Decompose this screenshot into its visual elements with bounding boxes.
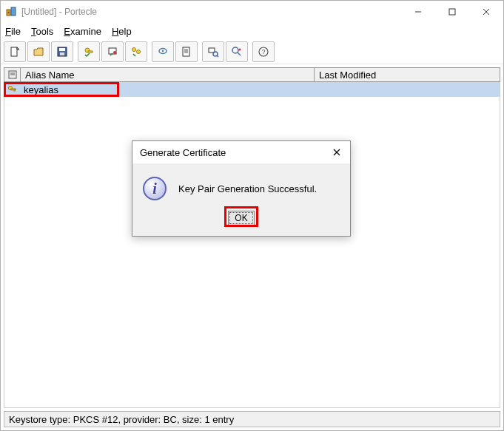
svg-rect-11	[60, 52, 64, 55]
ok-button[interactable]: OK	[228, 211, 254, 225]
svg-point-16	[132, 47, 136, 51]
th-modified[interactable]: Last Modified	[315, 68, 500, 81]
tb-examine-cert[interactable]	[202, 41, 224, 62]
svg-point-29	[239, 48, 241, 50]
status-text: Keystore type: PKCS #12, provider: BC, s…	[9, 414, 234, 425]
th-alias[interactable]: Alias Name	[21, 68, 315, 81]
svg-marker-8	[17, 47, 19, 50]
svg-rect-13	[88, 51, 93, 52]
tb-save-keystore[interactable]	[51, 41, 73, 62]
minimize-button[interactable]	[401, 1, 435, 23]
svg-rect-10	[59, 48, 65, 51]
svg-line-26	[217, 55, 218, 57]
svg-point-27	[232, 47, 238, 53]
tb-help[interactable]: ?	[252, 41, 275, 62]
dialog-close-button[interactable]	[329, 145, 344, 160]
svg-rect-1	[11, 7, 16, 16]
window-controls	[401, 1, 503, 23]
tb-generate-keypair[interactable]	[78, 41, 100, 62]
svg-point-15	[113, 51, 116, 54]
th-type-icon[interactable]	[4, 68, 21, 81]
info-icon: i	[143, 177, 167, 200]
cell-alias: keyalias	[21, 84, 315, 95]
tb-new-keystore[interactable]	[4, 41, 26, 62]
maximize-button[interactable]	[435, 1, 469, 23]
generate-certificate-dialog: Generate Certificate i Key Pair Generati…	[132, 140, 351, 237]
window-title: [Untitled] - Portecle	[21, 7, 97, 17]
dialog-actions: OK	[132, 208, 350, 236]
table-header: Alias Name Last Modified	[4, 67, 500, 82]
svg-point-17	[137, 50, 141, 53]
statusbar: Keystore type: PKCS #12, provider: BC, s…	[4, 411, 500, 427]
menu-examine[interactable]: Examine	[64, 26, 101, 37]
svg-text:?: ?	[261, 48, 265, 55]
toolbar: ?	[1, 39, 503, 64]
svg-rect-7	[11, 47, 17, 56]
tb-open-keystore[interactable]	[27, 41, 50, 62]
main-window: [Untitled] - Portecle File Tools Examine…	[0, 0, 504, 431]
dialog-title-text: Generate Certificate	[140, 147, 226, 158]
app-icon	[5, 6, 17, 18]
menu-tools[interactable]: Tools	[31, 26, 53, 37]
dialog-body: i Key Pair Generation Successful.	[132, 163, 350, 208]
svg-rect-37	[14, 90, 15, 92]
tb-set-password[interactable]	[152, 41, 174, 62]
tb-import-cert[interactable]	[101, 41, 124, 62]
close-button[interactable]	[469, 1, 503, 23]
svg-rect-4	[449, 9, 455, 15]
titlebar: [Untitled] - Portecle	[1, 1, 503, 23]
menu-help[interactable]: Help	[112, 26, 132, 37]
tb-keystore-report[interactable]	[175, 41, 198, 62]
svg-point-19	[162, 50, 164, 51]
menu-file[interactable]: File	[5, 26, 21, 37]
tb-examine-ssl[interactable]	[226, 41, 248, 62]
dialog-message: Key Pair Generation Successful.	[178, 183, 317, 194]
dialog-titlebar: Generate Certificate	[132, 141, 350, 163]
svg-line-28	[238, 52, 241, 55]
keypair-icon	[4, 84, 21, 95]
table-row[interactable]: keyalias	[4, 82, 500, 97]
table-body[interactable]: keyalias	[4, 82, 500, 408]
menubar: File Tools Examine Help	[1, 23, 503, 39]
tb-import-keypair[interactable]	[125, 41, 147, 62]
svg-rect-20	[183, 47, 189, 56]
svg-point-2	[8, 12, 10, 13]
